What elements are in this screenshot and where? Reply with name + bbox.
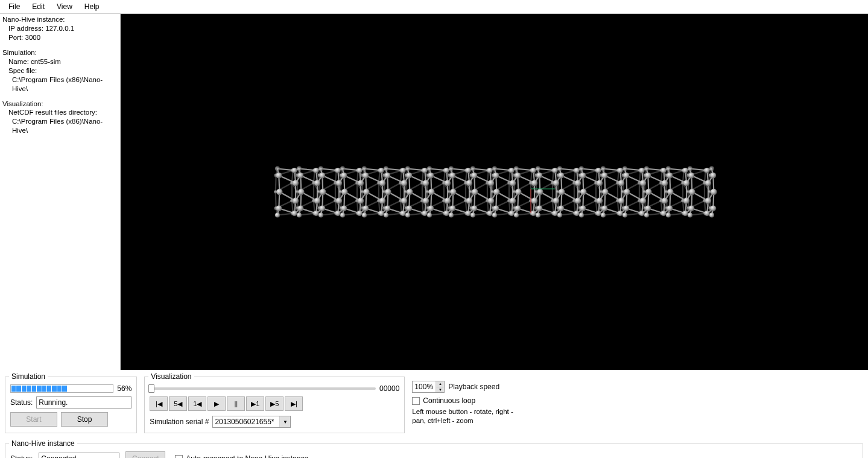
svg-point-907 bbox=[558, 205, 564, 211]
frame-slider-thumb[interactable] bbox=[148, 384, 154, 393]
svg-point-910 bbox=[623, 205, 629, 211]
visualization-legend: Visualization bbox=[148, 372, 194, 381]
svg-point-880 bbox=[428, 173, 434, 179]
svg-point-866 bbox=[574, 168, 579, 173]
spinner-down[interactable]: ▼ bbox=[436, 387, 444, 393]
playback-speed-input[interactable] bbox=[413, 381, 436, 392]
svg-point-899 bbox=[384, 205, 390, 211]
simulation-group: Simulation 56% Status: Start Stop bbox=[5, 372, 137, 433]
svg-point-932 bbox=[661, 180, 667, 186]
svg-point-941 bbox=[422, 198, 428, 204]
svg-point-950 bbox=[618, 198, 624, 204]
spinner-up[interactable]: ▲ bbox=[436, 381, 444, 387]
svg-point-835 bbox=[335, 211, 340, 216]
svg-point-809 bbox=[666, 167, 671, 171]
svg-point-936 bbox=[314, 198, 320, 204]
svg-point-799 bbox=[449, 167, 454, 171]
mouse-hint: Left mouse button - rotate, right - pan,… bbox=[412, 407, 515, 425]
svg-point-882 bbox=[471, 173, 477, 179]
svg-point-958 bbox=[341, 189, 347, 195]
svg-point-827 bbox=[601, 213, 606, 218]
svg-point-850 bbox=[661, 211, 666, 216]
play-button[interactable]: ▶ bbox=[207, 396, 226, 411]
svg-point-791 bbox=[275, 167, 280, 171]
svg-point-863 bbox=[508, 168, 514, 173]
first-frame-button[interactable]: |◀ bbox=[150, 396, 168, 411]
menu-help[interactable]: Help bbox=[78, 1, 106, 12]
svg-point-969 bbox=[580, 189, 586, 195]
svg-point-816 bbox=[362, 213, 367, 218]
visualization-heading: Visualization: bbox=[2, 100, 118, 109]
svg-point-812 bbox=[275, 213, 280, 218]
menu-edit[interactable]: Edit bbox=[26, 1, 51, 12]
svg-point-857 bbox=[378, 168, 384, 173]
serial-combo[interactable]: ▼ bbox=[212, 416, 291, 428]
instance-heading: Nano-Hive instance: bbox=[2, 15, 118, 24]
autoreconnect-label: Auto-reconnect to Nano-Hive instance bbox=[186, 454, 308, 458]
sidebar[interactable]: Nano-Hive instance: IP address: 127.0.0.… bbox=[0, 14, 121, 370]
svg-point-848 bbox=[617, 211, 622, 216]
svg-point-935 bbox=[292, 198, 298, 204]
svg-point-898 bbox=[363, 205, 369, 211]
svg-point-892 bbox=[688, 173, 694, 179]
svg-point-964 bbox=[472, 189, 478, 195]
svg-point-855 bbox=[335, 168, 340, 173]
svg-point-931 bbox=[639, 180, 645, 186]
pause-button[interactable]: || bbox=[227, 396, 245, 411]
last-frame-button[interactable]: ▶| bbox=[285, 396, 303, 411]
svg-point-832 bbox=[709, 213, 714, 218]
spec-file-label: Spec file: bbox=[2, 66, 118, 75]
svg-point-922 bbox=[444, 180, 450, 186]
svg-point-858 bbox=[400, 168, 405, 173]
menu-file[interactable]: File bbox=[2, 1, 26, 12]
autoreconnect-checkbox[interactable] bbox=[175, 455, 183, 459]
svg-point-872 bbox=[704, 168, 709, 173]
viewport-3d[interactable] bbox=[121, 14, 868, 370]
svg-point-968 bbox=[559, 189, 565, 195]
svg-point-873 bbox=[276, 173, 282, 179]
start-button[interactable]: Start bbox=[10, 412, 57, 427]
back-1-button[interactable]: 1◀ bbox=[188, 396, 206, 411]
continuous-loop-checkbox[interactable] bbox=[412, 397, 420, 405]
svg-point-797 bbox=[405, 167, 410, 171]
menu-view[interactable]: View bbox=[51, 1, 78, 12]
forward-5-button[interactable]: ▶5 bbox=[265, 396, 284, 411]
back-5-button[interactable]: 5◀ bbox=[169, 396, 187, 411]
svg-point-813 bbox=[297, 213, 302, 218]
stop-button[interactable]: Stop bbox=[61, 412, 108, 427]
svg-point-833 bbox=[291, 211, 297, 216]
svg-point-828 bbox=[622, 213, 627, 218]
svg-point-908 bbox=[580, 205, 586, 211]
progress-percent: 56% bbox=[117, 384, 131, 393]
svg-point-929 bbox=[596, 180, 602, 186]
serial-input[interactable] bbox=[213, 416, 279, 427]
svg-point-843 bbox=[508, 211, 514, 216]
svg-point-870 bbox=[661, 168, 666, 173]
svg-point-798 bbox=[427, 167, 432, 171]
svg-point-951 bbox=[639, 198, 645, 204]
svg-point-862 bbox=[487, 168, 492, 173]
forward-1-button[interactable]: ▶1 bbox=[246, 396, 264, 411]
svg-point-925 bbox=[509, 180, 515, 186]
svg-point-864 bbox=[530, 168, 536, 173]
svg-point-962 bbox=[428, 189, 434, 195]
svg-point-901 bbox=[428, 205, 434, 211]
playback-speed-label: Playback speed bbox=[448, 383, 499, 391]
frame-slider[interactable] bbox=[150, 387, 376, 390]
svg-point-920 bbox=[401, 180, 407, 186]
svg-point-842 bbox=[487, 211, 492, 216]
serial-dropdown-button[interactable]: ▼ bbox=[279, 416, 290, 427]
svg-point-939 bbox=[379, 198, 385, 204]
playback-speed-spinner[interactable]: ▲ ▼ bbox=[412, 381, 445, 393]
spec-file-path: C:\Program Files (x86)\Nano-Hive\ bbox=[2, 75, 118, 94]
svg-point-930 bbox=[618, 180, 624, 186]
svg-point-888 bbox=[601, 173, 607, 179]
nanotube-visualization bbox=[265, 132, 724, 252]
svg-point-808 bbox=[644, 167, 649, 171]
simulation-heading: Simulation: bbox=[2, 48, 118, 57]
svg-point-794 bbox=[340, 167, 345, 171]
svg-point-817 bbox=[384, 213, 388, 218]
svg-point-795 bbox=[362, 167, 367, 171]
svg-point-972 bbox=[645, 189, 651, 195]
connect-button[interactable]: Connect bbox=[125, 451, 165, 458]
